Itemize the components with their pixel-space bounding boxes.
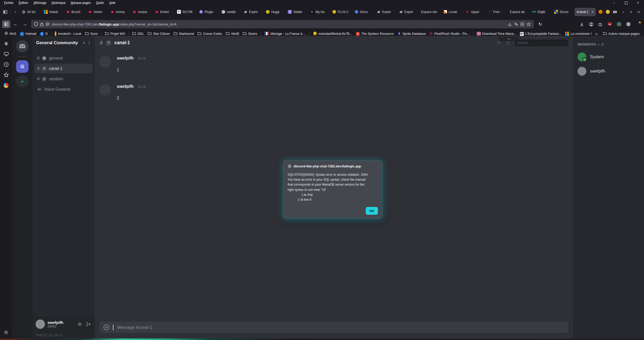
tab-emie0[interactable]: Emie0	[153, 8, 175, 16]
ok-button[interactable]: OK	[366, 207, 378, 215]
extension-avatar-button[interactable]	[615, 20, 623, 28]
tab-eligib[interactable]: adnEligib	[530, 8, 552, 16]
add-server-button[interactable]: +	[16, 75, 29, 88]
tab-sci-re[interactable]: PSCI RE	[175, 8, 197, 16]
server-icon-general-community[interactable]: G	[16, 60, 29, 73]
collapse-chevron-icon[interactable]	[499, 37, 519, 41]
menu-outils[interactable]: Outils	[93, 0, 107, 5]
firefox-view-button[interactable]	[2, 8, 9, 16]
minimize-button[interactable]: –	[608, 0, 620, 6]
close-button[interactable]: ×	[632, 0, 644, 6]
menu-marque-pages[interactable]: Marque-pages	[68, 0, 93, 5]
tab-discor[interactable]: Discor	[552, 8, 574, 16]
tab-aromy[interactable]: Aromy	[108, 8, 130, 16]
translate-icon[interactable]	[514, 22, 518, 26]
tab-niciara[interactable]: niciara	[131, 8, 153, 16]
user-settings-gear-icon[interactable]	[77, 321, 83, 327]
color-sphere-icon[interactable]	[3, 82, 9, 88]
list-tabs-button[interactable]	[635, 8, 642, 16]
scroll-tabs-right-button[interactable]: ›	[620, 8, 627, 16]
menu-historique[interactable]: Historique	[49, 0, 68, 5]
tab-appar[interactable]: SLAppar	[463, 8, 485, 16]
logout-icon[interactable]	[85, 321, 92, 327]
tab-explor[interactable]: Explor	[375, 8, 397, 16]
voice-channel-voice-general[interactable]: Voice General	[35, 84, 93, 94]
reload-button[interactable]: ↻	[536, 20, 544, 28]
forward-button[interactable]: →	[21, 20, 29, 28]
bookmark-la-connexion-wifi-et-e[interactable]: La connexion Wifi et E...	[563, 31, 592, 36]
tab-espace-ab[interactable]: Espace ab	[508, 8, 530, 16]
server-header[interactable]: General Community +	[32, 36, 95, 50]
tab-explor[interactable]: Explor	[241, 8, 263, 16]
tab-explor[interactable]: Explor	[397, 8, 419, 16]
tab-locati[interactable]: Locati	[441, 8, 463, 16]
tab-alister[interactable]: Alister	[86, 8, 108, 16]
online-status-dot	[582, 57, 587, 62]
tab-flux-2[interactable]: FLUX.2	[330, 8, 352, 16]
tab-stable[interactable]: SStable	[286, 8, 308, 16]
scroll-tabs-left-button[interactable]: ‹	[12, 8, 19, 16]
menu-aide[interactable]: Aide	[107, 0, 118, 5]
discord-home-button[interactable]	[16, 40, 29, 53]
tab-my-ha[interactable]: CMy Ha	[308, 8, 330, 16]
save-page-icon[interactable]	[508, 22, 512, 26]
account-button[interactable]	[587, 20, 595, 28]
permissions-icon[interactable]	[46, 22, 50, 26]
dictionary-icon[interactable]: ?	[520, 22, 524, 26]
bookmark-invokeai-local[interactable]: InvokeAI - Local	[53, 31, 83, 36]
bookmark-star-icon[interactable]	[527, 22, 531, 26]
menu-fichier[interactable]: Fichier	[2, 0, 16, 5]
pinned-tab-3[interactable]	[612, 8, 618, 16]
tracking-shield-icon[interactable]	[34, 22, 38, 26]
app-menu-button[interactable]	[634, 20, 642, 28]
settings-gear-icon[interactable]	[3, 329, 9, 335]
channel-random[interactable]: #irandom	[35, 74, 93, 84]
channel-general[interactable]: #general	[35, 53, 93, 63]
attach-plus-icon[interactable]	[103, 324, 110, 330]
members-toggle-icon[interactable]	[496, 41, 501, 45]
tab-swefpi[interactable]: swefpi	[219, 8, 241, 16]
tab-close-icon[interactable]: ×	[592, 10, 594, 14]
pinned-tab-2[interactable]	[605, 8, 611, 16]
menu-dition[interactable]: Édition	[16, 0, 31, 5]
back-button[interactable]: ←	[11, 20, 20, 28]
screen-share-icon[interactable]	[3, 51, 9, 57]
channel-canal-1[interactable]: #?canal-1	[35, 64, 93, 73]
bookmark-download-time-mana[interactable]: Download Time Mana...	[475, 31, 518, 36]
maximize-button[interactable]	[620, 0, 632, 6]
downloads-button[interactable]	[578, 20, 586, 28]
member-swefpifh[interactable]: swefpifh	[578, 67, 640, 76]
message-author[interactable]: swefpifh	[117, 84, 134, 89]
favorites-star-icon[interactable]	[3, 72, 9, 78]
extensions-button[interactable]	[596, 20, 605, 28]
menu-affichage[interactable]: Affichage	[31, 0, 49, 5]
tab-hawai[interactable]: Hawai	[42, 8, 64, 16]
bookmarks-overflow-button[interactable]: »	[592, 31, 601, 36]
pin-icon[interactable]	[506, 41, 510, 45]
member-system[interactable]: System	[578, 53, 640, 61]
tab-canal-1[interactable]: #canal-1×	[574, 8, 596, 16]
tab-huggi[interactable]: Huggi	[264, 8, 286, 16]
message-input-box[interactable]	[99, 322, 568, 333]
tab-espace-clie[interactable]: Espace clie	[419, 8, 441, 16]
server-menu-button[interactable]	[87, 40, 91, 46]
message-input[interactable]	[117, 325, 565, 330]
tab-disco[interactable]: Disco	[352, 8, 375, 16]
history-clock-icon[interactable]	[3, 61, 9, 68]
pinned-tab-1[interactable]	[597, 8, 604, 16]
search-input[interactable]	[515, 40, 568, 46]
lock-icon[interactable]	[40, 22, 43, 26]
tab-free[interactable]: fFree :	[486, 8, 508, 16]
new-tab-button[interactable]: +	[627, 8, 635, 16]
tab-plugin[interactable]: Plugin	[197, 8, 219, 16]
ublock-extension-button[interactable]: U0	[606, 20, 614, 28]
url-bar[interactable]: discord-like-php-chat-7262.dev.flatlogic…	[31, 20, 534, 28]
message-author[interactable]: swefpifh	[117, 56, 134, 60]
tab-bruni2[interactable]: Bruni2	[64, 8, 86, 16]
member-name: System	[590, 55, 604, 59]
tab-all-siz[interactable]: All Siz	[19, 8, 42, 16]
extension-gray-button[interactable]	[624, 20, 633, 28]
chatgpt-icon[interactable]	[3, 41, 9, 47]
sidebar-toggle-button[interactable]	[2, 20, 10, 28]
add-channel-button[interactable]: +	[80, 40, 87, 46]
